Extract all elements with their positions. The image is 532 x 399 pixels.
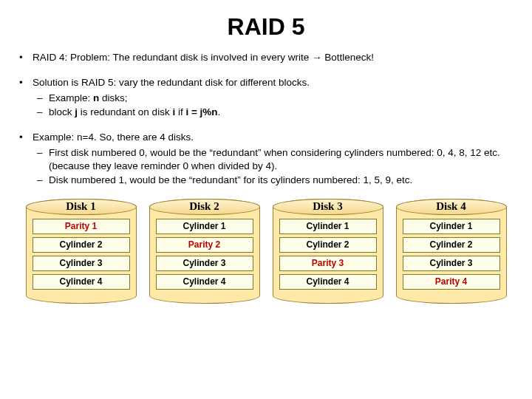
disk-rows: Cylinder 1Cylinder 2Cylinder 3Parity 4 [403, 219, 500, 290]
cylinder-cell: Cylinder 2 [279, 237, 377, 253]
cylinder-cell: Cylinder 3 [33, 256, 130, 271]
bullet-3-sub-1: First disk numbered 0, would be the “red… [33, 146, 516, 173]
disk-3: Disk 3Cylinder 1Cylinder 2Parity 3Cylind… [273, 199, 383, 304]
disk-cylinder-shape: Disk 1Parity 1Cylinder 2Cylinder 3Cylind… [26, 199, 137, 304]
disk-diagram: Disk 1Parity 1Cylinder 2Cylinder 3Cylind… [16, 199, 516, 304]
parity-cell: Parity 4 [403, 274, 500, 290]
text: disks; [99, 92, 127, 103]
cylinder-cell: Cylinder 1 [403, 219, 500, 234]
cylinder-cell: Cylinder 4 [279, 274, 377, 290]
text: block [49, 106, 75, 117]
disk-label: Disk 4 [396, 199, 507, 215]
bullet-2-sub-1: Example: n disks; [33, 92, 516, 105]
slide-title: RAID 5 [16, 13, 516, 41]
formula: i = j%n [185, 106, 217, 117]
cylinder-cell: Cylinder 2 [403, 237, 500, 253]
text: . [218, 106, 221, 117]
disk-label: Disk 3 [273, 199, 383, 215]
text: is redundant on disk [78, 106, 172, 117]
bullet-3: Example: n=4. So, there are 4 disks. Fir… [16, 131, 516, 187]
bullet-1: RAID 4: Problem: The redundant disk is i… [16, 51, 516, 64]
disk-label: Disk 2 [149, 199, 260, 215]
disk-1: Disk 1Parity 1Cylinder 2Cylinder 3Cylind… [26, 199, 137, 304]
cylinder-cell: Cylinder 1 [156, 219, 253, 234]
disk-2: Disk 2Cylinder 1Parity 2Cylinder 3Cylind… [149, 199, 260, 304]
cylinder-cell: Cylinder 4 [156, 274, 253, 290]
text: if [175, 106, 185, 117]
disk-rows: Cylinder 1Parity 2Cylinder 3Cylinder 4 [156, 219, 253, 290]
cylinder-cell: Cylinder 1 [279, 219, 377, 234]
bullet-2-lead: Solution is RAID 5: vary the redundant d… [33, 77, 310, 88]
cylinder-cell: Cylinder 4 [33, 274, 130, 290]
disk-label: Disk 1 [26, 199, 137, 215]
disk-rows: Parity 1Cylinder 2Cylinder 3Cylinder 4 [33, 219, 130, 290]
cylinder-cell: Cylinder 3 [403, 256, 500, 271]
disk-rows: Cylinder 1Cylinder 2Parity 3Cylinder 4 [279, 219, 377, 290]
parity-cell: Parity 1 [33, 219, 130, 234]
parity-cell: Parity 2 [156, 237, 253, 253]
disk-cylinder-shape: Disk 4Cylinder 1Cylinder 2Cylinder 3Pari… [396, 199, 507, 304]
cylinder-cell: Cylinder 2 [33, 237, 130, 253]
bullet-3-lead: Example: n=4. So, there are 4 disks. [33, 132, 194, 143]
bullet-2-sub-2: block j is redundant on disk i if i = j%… [33, 106, 516, 119]
bullet-3-sub-2: Disk numbered 1, would be the “redundant… [33, 174, 516, 187]
parity-cell: Parity 3 [279, 256, 377, 271]
disk-cylinder-shape: Disk 3Cylinder 1Cylinder 2Parity 3Cylind… [273, 199, 383, 304]
bullet-2: Solution is RAID 5: vary the redundant d… [16, 76, 516, 119]
bullet-list: RAID 4: Problem: The redundant disk is i… [16, 51, 516, 187]
disk-4: Disk 4Cylinder 1Cylinder 2Cylinder 3Pari… [396, 199, 507, 304]
text: Example: [49, 92, 93, 103]
disk-cylinder-shape: Disk 2Cylinder 1Parity 2Cylinder 3Cylind… [149, 199, 260, 304]
cylinder-cell: Cylinder 3 [156, 256, 253, 271]
